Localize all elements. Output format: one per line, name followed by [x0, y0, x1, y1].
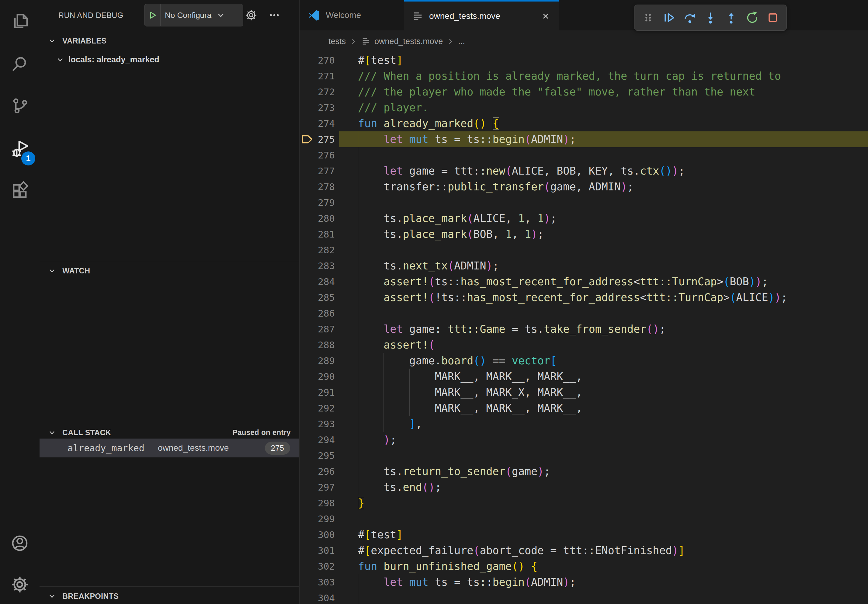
- code-line: 270#[test]: [299, 52, 868, 68]
- line-number[interactable]: 285: [299, 290, 335, 305]
- code-line: 279: [299, 195, 868, 211]
- line-number[interactable]: 288: [299, 337, 335, 353]
- code-line: 281 ts.place_mark(BOB, 1, 1);: [299, 226, 868, 242]
- chevron-down-icon: [48, 267, 56, 275]
- line-number[interactable]: 271: [299, 68, 335, 84]
- line-number[interactable]: 280: [299, 211, 335, 226]
- section-header-breakpoints[interactable]: BREAKPOINTS: [40, 588, 299, 604]
- gear-icon: [10, 575, 29, 594]
- line-number[interactable]: 301: [299, 542, 335, 558]
- call-stack-frame-row[interactable]: already_marked owned_tests.move 275: [40, 438, 299, 457]
- restart-button[interactable]: [743, 7, 761, 28]
- step-out-button[interactable]: [722, 7, 740, 28]
- activity-item-explorer[interactable]: [0, 2, 40, 40]
- toolbar-drag-handle[interactable]: [639, 7, 657, 28]
- line-number[interactable]: 289: [299, 353, 335, 369]
- vscode-window: 1: [0, 0, 868, 604]
- continue-button[interactable]: [660, 7, 677, 28]
- activity-item-source-control[interactable]: [0, 87, 40, 125]
- code-line: 278 transfer::public_transfer(game, ADMI…: [299, 179, 868, 195]
- line-number[interactable]: 303: [299, 574, 335, 590]
- code-line: 272/// the player who made the "false" m…: [299, 84, 868, 100]
- close-icon[interactable]: [541, 11, 551, 21]
- line-number[interactable]: 300: [299, 527, 335, 542]
- step-over-button[interactable]: [681, 7, 699, 28]
- line-number[interactable]: 298: [299, 495, 335, 511]
- code-line: 300#[test]: [299, 527, 868, 542]
- line-number[interactable]: 274: [299, 116, 335, 132]
- line-number[interactable]: 296: [299, 463, 335, 479]
- line-number[interactable]: 276: [299, 147, 335, 163]
- line-number[interactable]: 286: [299, 305, 335, 321]
- line-number[interactable]: 295: [299, 448, 335, 463]
- code-line: 276: [299, 147, 868, 163]
- account-icon: [10, 533, 29, 553]
- source-control-icon: [10, 96, 29, 116]
- more-actions-icon[interactable]: [267, 8, 282, 23]
- line-number[interactable]: 302: [299, 558, 335, 574]
- code-line: 284 assert!(ts::has_most_recent_for_addr…: [299, 274, 868, 290]
- code-area[interactable]: 270#[test]271/// When a position is alre…: [299, 52, 868, 604]
- config-dropdown-label[interactable]: No Configura: [165, 11, 216, 20]
- activity-item-extensions[interactable]: [0, 172, 40, 210]
- code-line: 294 );: [299, 432, 868, 448]
- breadcrumb-item-file[interactable]: owned_tests.move: [374, 37, 443, 46]
- section-header-variables[interactable]: VARIABLES: [40, 32, 299, 49]
- debug-config-dropdown[interactable]: No Configura: [144, 4, 243, 26]
- line-number[interactable]: 294: [299, 432, 335, 448]
- breadcrumb-item-symbol[interactable]: ...: [458, 37, 465, 46]
- line-number[interactable]: 282: [299, 242, 335, 258]
- line-number[interactable]: 292: [299, 400, 335, 416]
- tab-welcome[interactable]: Welcome: [299, 0, 404, 30]
- variables-scope-row[interactable]: locals: already_marked: [40, 52, 299, 68]
- line-number[interactable]: 281: [299, 226, 335, 242]
- section-header-watch[interactable]: WATCH: [40, 262, 299, 279]
- search-icon: [10, 54, 29, 74]
- code-line: 288 assert!(: [299, 337, 868, 353]
- line-number[interactable]: 283: [299, 258, 335, 274]
- code-line: 271/// When a position is already marked…: [299, 68, 868, 84]
- divider: [40, 423, 299, 423]
- code-line: 285 assert!(!ts::has_most_recent_for_add…: [299, 290, 868, 305]
- line-number[interactable]: 287: [299, 321, 335, 337]
- step-into-button[interactable]: [702, 7, 719, 28]
- debug-settings-gear-icon[interactable]: [244, 8, 259, 23]
- line-number[interactable]: 293: [299, 416, 335, 432]
- code-line: 293 ],: [299, 416, 868, 432]
- code-line: 301#[expected_failure(abort_code = ttt::…: [299, 542, 868, 558]
- code-line: 283 ts.next_tx(ADMIN);: [299, 258, 868, 274]
- activity-item-settings[interactable]: [0, 566, 40, 603]
- stop-icon: [766, 11, 780, 25]
- start-debug-icon[interactable]: [144, 10, 160, 20]
- activity-item-account[interactable]: [0, 524, 40, 562]
- line-number[interactable]: 284: [299, 274, 335, 290]
- step-out-icon: [724, 11, 738, 25]
- files-icon: [10, 12, 29, 31]
- line-number[interactable]: 272: [299, 84, 335, 100]
- code-line: 303 let mut ts = ts::begin(ADMIN);: [299, 574, 868, 590]
- step-into-icon: [704, 11, 718, 25]
- breadcrumb-item-tests[interactable]: tests: [329, 37, 346, 46]
- editor-group: Welcome owned_tests.move: [299, 0, 868, 604]
- line-number[interactable]: 277: [299, 163, 335, 179]
- stop-button[interactable]: [764, 7, 782, 28]
- activity-item-search[interactable]: [0, 45, 40, 83]
- line-number[interactable]: 290: [299, 369, 335, 384]
- line-number[interactable]: 297: [299, 479, 335, 495]
- line-number[interactable]: 304: [299, 590, 335, 604]
- chevron-down-icon: [48, 37, 56, 45]
- line-number[interactable]: 278: [299, 179, 335, 195]
- line-number[interactable]: 273: [299, 100, 335, 116]
- line-number[interactable]: 299: [299, 511, 335, 527]
- restart-icon: [745, 11, 759, 25]
- frame-function: already_marked: [68, 443, 144, 454]
- line-number[interactable]: 279: [299, 195, 335, 211]
- activity-item-run-and-debug[interactable]: 1: [0, 130, 40, 167]
- line-number[interactable]: 291: [299, 384, 335, 400]
- code-line: 286: [299, 305, 868, 321]
- line-number[interactable]: 270: [299, 52, 335, 68]
- breadcrumb: tests owned_tests.move ...: [299, 30, 868, 52]
- chevron-right-icon: [349, 37, 357, 45]
- chevron-down-icon: [217, 11, 225, 19]
- tab-owned-tests[interactable]: owned_tests.move: [404, 0, 559, 30]
